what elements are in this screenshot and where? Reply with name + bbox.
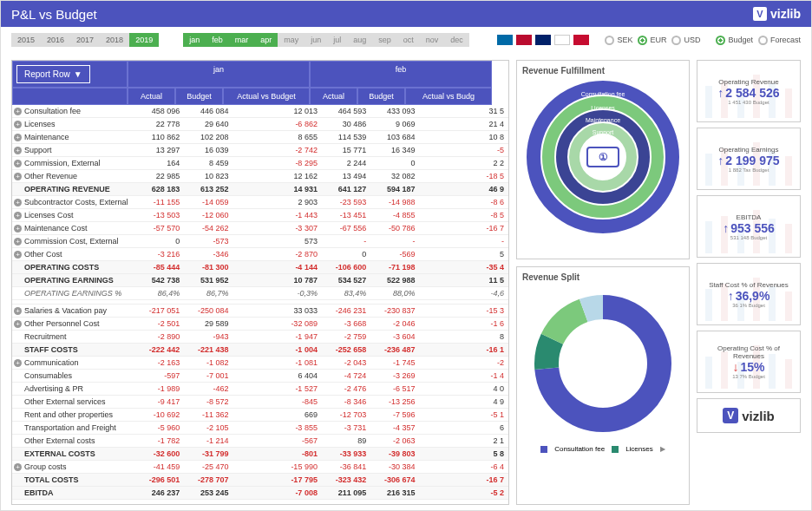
- table-row[interactable]: +Commission Cost, External0-573573---: [12, 235, 508, 248]
- table-row[interactable]: +Licenses Cost-13 503-12 060-1 443-13 45…: [12, 209, 508, 222]
- flag-gb[interactable]: [535, 35, 551, 45]
- brand-logo: V vizlib: [753, 7, 801, 21]
- table-row[interactable]: OPERATING REVENUE628 183613 25214 931641…: [12, 183, 508, 196]
- month-btn-mar[interactable]: mar: [229, 33, 255, 47]
- col-avb-2[interactable]: Actual vs Budg: [405, 88, 492, 105]
- pnl-table: +Consultation fee458 096446 08412 013464…: [12, 105, 508, 500]
- table-row[interactable]: OPERATING COSTS-85 444-81 300-4 144-106 …: [12, 261, 508, 274]
- table-row[interactable]: +Consultation fee458 096446 08412 013464…: [12, 105, 508, 118]
- expand-icon[interactable]: +: [14, 199, 22, 206]
- flag-no[interactable]: [516, 35, 532, 45]
- year-btn-2016[interactable]: 2016: [41, 33, 70, 47]
- row-label: +Support: [12, 144, 135, 157]
- table-row[interactable]: +Other Cost-3 216-346-2 8700-5695: [12, 248, 508, 261]
- month-btn-dec[interactable]: dec: [444, 33, 469, 47]
- expand-icon[interactable]: +: [14, 307, 22, 315]
- kpi-card[interactable]: Staff Cost % of Revenues↑36,9%36 1% Budg…: [697, 263, 801, 325]
- kpi-sublabel: 531 148 Budget: [730, 235, 767, 240]
- ring-label-licenses: Licenses: [591, 105, 615, 111]
- table-row[interactable]: +Salaries & Vacation pay-217 051-250 084…: [12, 305, 508, 318]
- col-avb[interactable]: Actual vs Budget: [223, 88, 310, 105]
- expand-icon[interactable]: +: [14, 320, 22, 328]
- kpi-card[interactable]: EBITDA↑953 556531 148 Budget: [697, 195, 801, 258]
- concentric-rings-chart[interactable]: ① Consultation fee Licenses Maintenance …: [525, 79, 681, 235]
- expand-icon[interactable]: +: [14, 108, 22, 115]
- col-budget-2[interactable]: Budget: [357, 88, 405, 105]
- kpi-card[interactable]: Operating Cost % of Revenues↓15%13 7% Bu…: [697, 331, 801, 393]
- row-label: EBITDA: [12, 487, 135, 500]
- donut-legend: Consultation fee Licenses ▶: [522, 445, 684, 453]
- month-btn-aug[interactable]: aug: [347, 33, 372, 47]
- kpi-card[interactable]: Operating Earnings↑2 199 9751 882 Tax Bu…: [697, 128, 801, 190]
- table-row[interactable]: STAFF COSTS-222 442-221 438-1 004-252 65…: [12, 344, 508, 357]
- expand-icon[interactable]: +: [14, 212, 22, 219]
- month-btn-jun[interactable]: jun: [304, 33, 327, 47]
- table-row[interactable]: TOTAL COSTS-296 501-278 707-17 795-323 4…: [12, 474, 508, 487]
- table-row[interactable]: +Other Personnel Cost-2 50129 589-32 089…: [12, 318, 508, 331]
- donut-chart[interactable]: [525, 285, 681, 442]
- month-btn-apr[interactable]: apr: [254, 33, 278, 47]
- flag-fi[interactable]: [554, 35, 570, 45]
- table-row[interactable]: +Communication-2 163-1 082-1 081-2 043-1…: [12, 357, 508, 370]
- year-btn-2015[interactable]: 2015: [11, 33, 41, 47]
- kpi-card[interactable]: Operating Revenue↑2 584 5261 451 430 Bud…: [697, 60, 801, 122]
- col-budget[interactable]: Budget: [175, 88, 223, 105]
- currency-usd[interactable]: USD: [671, 36, 700, 45]
- expand-icon[interactable]: +: [14, 134, 22, 141]
- year-btn-2019[interactable]: 2019: [129, 33, 159, 47]
- table-row[interactable]: +Support13 29716 039-2 74215 77116 349-5: [12, 144, 508, 157]
- month-btn-jan[interactable]: jan: [183, 33, 206, 47]
- expand-icon[interactable]: +: [14, 160, 22, 167]
- table-row[interactable]: +Licenses22 77829 640-6 86230 4869 06921…: [12, 118, 508, 131]
- page-title: P&L vs Budget: [11, 7, 97, 22]
- expand-icon[interactable]: +: [14, 225, 22, 233]
- col-actual-2[interactable]: Actual: [310, 88, 357, 105]
- row-label: +Commission Cost, External: [12, 235, 135, 248]
- row-label: +Maintenance: [12, 131, 135, 144]
- table-row[interactable]: +Other Revenue22 98510 82312 16213 49432…: [12, 170, 508, 183]
- table-row[interactable]: +Maintenance Cost-57 570-54 262-3 307-67…: [12, 222, 508, 235]
- table-row[interactable]: Consumables-597-7 0016 404-4 724-3 269-1…: [12, 370, 508, 383]
- table-row[interactable]: Advertising & PR-1 989-462-1 527-2 476-6…: [12, 383, 508, 396]
- expand-icon[interactable]: +: [14, 238, 22, 246]
- month-btn-nov[interactable]: nov: [420, 33, 445, 47]
- table-row[interactable]: +Subcontractor Costs, External-11 155-14…: [12, 196, 508, 209]
- table-row[interactable]: Other External costs-1 782-1 214-56789-2…: [12, 435, 508, 448]
- table-row[interactable]: EXTERNAL COSTS-32 600-31 799-801-33 933-…: [12, 448, 508, 461]
- scenario-filter: BudgetForecast: [716, 36, 801, 45]
- year-btn-2017[interactable]: 2017: [70, 33, 100, 47]
- year-btn-2018[interactable]: 2018: [100, 33, 129, 47]
- scenario-budget[interactable]: Budget: [716, 36, 753, 45]
- month-btn-oct[interactable]: oct: [397, 33, 420, 47]
- table-row[interactable]: Recruitment-2 890-943-1 947-2 759-3 6048: [12, 331, 508, 344]
- expand-icon[interactable]: +: [14, 359, 22, 367]
- expand-icon[interactable]: +: [14, 463, 22, 471]
- expand-icon[interactable]: +: [14, 121, 22, 128]
- report-row-dropdown[interactable]: Report Row ▼: [16, 65, 90, 83]
- table-row[interactable]: Transportation and Freight-5 960-2 105-3…: [12, 422, 508, 435]
- flag-dk[interactable]: [573, 35, 589, 45]
- expand-icon[interactable]: +: [14, 251, 22, 259]
- month-btn-feb[interactable]: feb: [206, 33, 229, 47]
- flag-se[interactable]: [497, 35, 513, 45]
- table-row[interactable]: +Maintenance110 862102 2088 655114 53910…: [12, 131, 508, 144]
- table-row[interactable]: OPERATING EARNINGS542 738531 95210 78753…: [12, 274, 508, 287]
- table-row[interactable]: OPERATING EARNINGS %86,4%86,7%-0,3%83,4%…: [12, 287, 508, 300]
- month-btn-may[interactable]: may: [278, 33, 304, 47]
- table-row[interactable]: Rent and other properties-10 692-11 3626…: [12, 409, 508, 422]
- expand-icon[interactable]: +: [14, 147, 22, 154]
- month-btn-sep[interactable]: sep: [372, 33, 397, 47]
- currency-eur[interactable]: EUR: [638, 36, 666, 45]
- expand-icon[interactable]: +: [14, 173, 22, 180]
- legend-next-icon[interactable]: ▶: [660, 445, 665, 453]
- table-row[interactable]: Other External services-9 417-8 572-845-…: [12, 396, 508, 409]
- month-btn-jul[interactable]: jul: [327, 33, 347, 47]
- arrow-up-icon: ↑: [717, 86, 724, 100]
- col-actual[interactable]: Actual: [128, 88, 175, 105]
- currency-sek[interactable]: SEK: [605, 36, 632, 45]
- table-row[interactable]: +Commission, External1648 459-8 2952 244…: [12, 157, 508, 170]
- table-row[interactable]: +Group costs-41 459-25 470-15 990-36 841…: [12, 461, 508, 474]
- kpi-sublabel: 36 1% Budget: [732, 303, 765, 308]
- table-row[interactable]: EBITDA246 237253 245-7 008211 095216 315…: [12, 487, 508, 500]
- scenario-forecast[interactable]: Forecast: [758, 36, 801, 45]
